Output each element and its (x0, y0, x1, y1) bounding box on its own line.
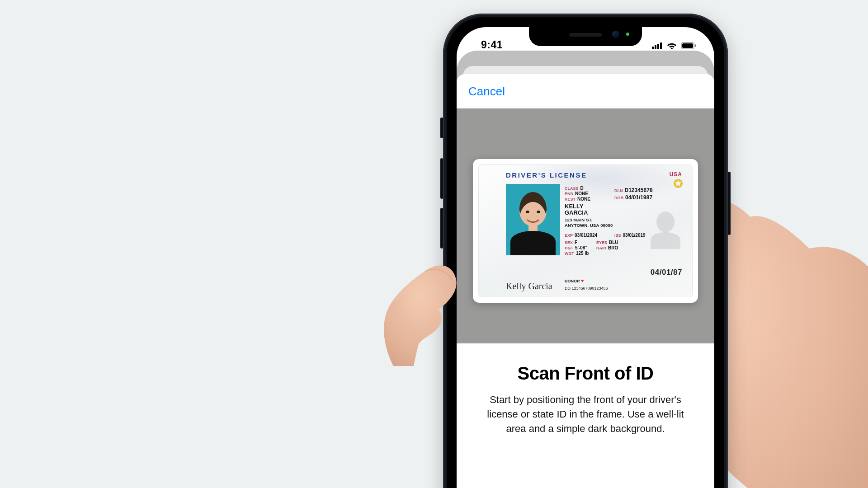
power-button (728, 172, 731, 235)
drivers-license-card: DRIVER'S LICENSE USA (478, 164, 693, 297)
phone-screen: 9:41 (457, 27, 714, 488)
svg-point-12 (537, 211, 540, 213)
volume-up-button (440, 158, 443, 199)
svg-point-11 (526, 211, 529, 213)
volume-down-button (440, 208, 443, 249)
card-addr1: 123 MAIN ST. (565, 217, 593, 223)
svg-rect-1 (655, 45, 656, 49)
eyes-label: EYES (596, 240, 607, 245)
class-value: D (580, 186, 584, 191)
class-label: CLASS (565, 186, 579, 191)
hgt-value: 5'-08" (575, 245, 587, 250)
end-value: NONE (575, 191, 588, 196)
svg-rect-0 (652, 47, 654, 49)
dln-label: DLN (614, 188, 623, 193)
dd-label: DD (565, 286, 571, 291)
card-country: USA (670, 171, 682, 178)
svg-rect-2 (657, 44, 659, 49)
hgt-label: HGT (565, 246, 573, 250)
front-camera-icon (612, 31, 619, 38)
cancel-button[interactable]: Cancel (468, 81, 505, 102)
card-first-name: GARCIA (565, 210, 588, 216)
svg-point-4 (671, 47, 673, 49)
card-title: DRIVER'S LICENSE (506, 171, 587, 179)
cellular-icon (652, 42, 663, 49)
heart-icon: ♥ (581, 278, 584, 283)
instructions-title: Scan Front of ID (475, 363, 696, 384)
sex-label: SEX (565, 240, 573, 245)
dob-label: DOB (614, 196, 623, 200)
silence-switch (440, 117, 443, 138)
end-label: END (565, 192, 573, 196)
sex-value: F (575, 240, 577, 245)
dd-row: DD 1234567890123456 (565, 286, 608, 291)
instructions-body: Start by positioning the front of your d… (475, 393, 696, 436)
iss-label: ISS (614, 233, 621, 238)
card-big-date: 04/01/87 (651, 268, 682, 277)
camera-viewfinder[interactable]: DRIVER'S LICENSE USA (457, 108, 714, 343)
svg-point-14 (656, 211, 675, 232)
hair-label: HAIR (596, 246, 606, 250)
rest-value: NONE (577, 197, 590, 202)
svg-rect-7 (695, 44, 696, 47)
wgt-label: WGT (565, 251, 574, 256)
donor-label: DONOR ♥ (565, 278, 584, 283)
sheet-header: Cancel (457, 74, 714, 108)
svg-rect-3 (660, 42, 662, 49)
rest-label: REST (565, 197, 576, 202)
iss-value: 03/01/2019 (623, 233, 646, 238)
id-capture-frame: DRIVER'S LICENSE USA (473, 159, 698, 303)
iphone-device: 9:41 (443, 14, 728, 488)
exp-label: EXP (565, 233, 573, 238)
dd-value: 1234567890123456 (572, 286, 608, 291)
notch (529, 27, 642, 46)
camera-indicator-icon (626, 33, 629, 36)
eyes-value: BLU (609, 240, 618, 245)
battery-icon (681, 42, 696, 49)
status-time: 9:41 (473, 39, 503, 51)
card-signature: Kelly Garcia (506, 281, 552, 291)
card-photo (506, 184, 560, 255)
card-addr2: ANYTOWN, USA 00000 (565, 223, 613, 228)
dln-value: D12345678 (625, 187, 653, 193)
card-last-name: KELLY (565, 204, 583, 209)
exp-value: 03/01/2024 (575, 233, 597, 238)
instructions: Scan Front of ID Start by positioning th… (457, 343, 714, 436)
svg-rect-6 (682, 43, 693, 48)
dob-value: 04/01/1987 (625, 194, 652, 201)
wgt-value: 125 lb (576, 251, 589, 256)
wifi-icon (666, 42, 677, 49)
real-id-star-icon (673, 178, 683, 188)
scan-id-sheet: Cancel DRIVER'S LICENSE USA (457, 74, 714, 488)
hair-value: BRO (608, 245, 618, 250)
card-ghost-photo (648, 206, 683, 249)
